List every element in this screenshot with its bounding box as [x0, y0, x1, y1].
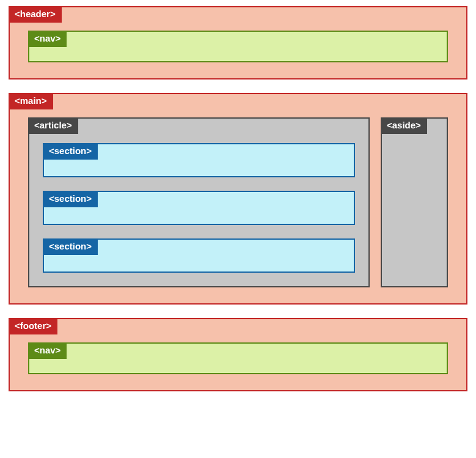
- section-tag: <section>: [43, 143, 98, 160]
- section-tag: <section>: [43, 238, 98, 255]
- article-tag: <article>: [28, 117, 78, 134]
- section-region-2: <section>: [43, 191, 355, 225]
- article-region: <article> <section> <section> <section>: [28, 117, 370, 287]
- section-tag: <section>: [43, 191, 98, 207]
- footer-nav-region: <nav>: [28, 342, 448, 374]
- footer-tag: <footer>: [9, 318, 57, 334]
- nav-tag: <nav>: [28, 342, 67, 359]
- section-region-1: <section>: [43, 143, 355, 177]
- header-nav-region: <nav>: [28, 31, 448, 62]
- header-region: <header> <nav>: [9, 6, 467, 79]
- aside-region: <aside>: [381, 117, 448, 287]
- section-region-3: <section>: [43, 238, 355, 273]
- main-region: <main> <article> <section> <section> <se…: [9, 93, 467, 305]
- footer-region: <footer> <nav>: [9, 318, 467, 391]
- aside-tag: <aside>: [381, 117, 427, 134]
- main-content-row: <article> <section> <section> <section> …: [28, 117, 448, 287]
- header-tag: <header>: [9, 6, 62, 23]
- nav-tag: <nav>: [28, 31, 67, 47]
- main-tag: <main>: [9, 93, 53, 109]
